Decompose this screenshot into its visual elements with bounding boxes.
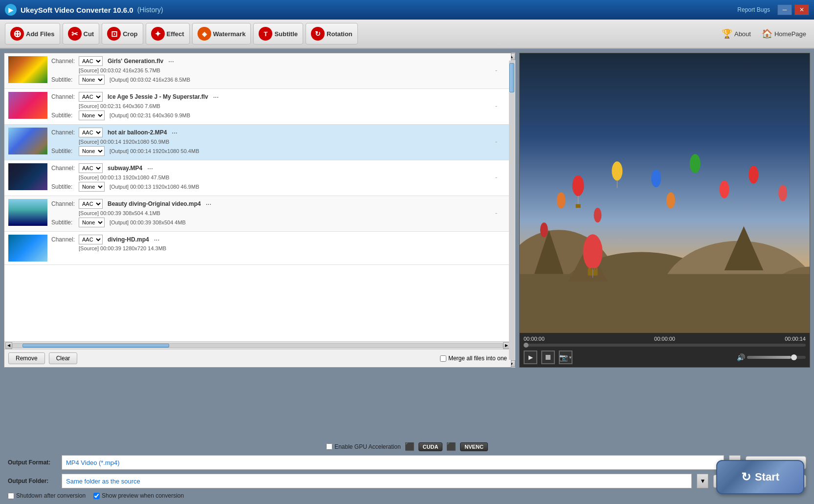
stop-button[interactable] (541, 351, 555, 364)
shutdown-option[interactable]: Shutdown after conversion (8, 492, 86, 499)
more-button[interactable]: ··· (145, 164, 155, 172)
subtitle-label: Subtitle: (51, 148, 76, 154)
horizontal-scrollbar[interactable]: ◀ ▶ (4, 341, 511, 349)
effect-icon: ✦ (151, 27, 165, 41)
preview-controls: 00:00:00 00:00:00 00:00:14 ▶ 📷▼ (520, 333, 810, 367)
about-button[interactable]: 🏆 About (719, 27, 754, 40)
list-item[interactable]: Channel: AAC Girls' Generation.flv ··· [… (4, 53, 511, 89)
subtitle-label: Subtitle: (51, 219, 76, 226)
list-item[interactable]: Channel: AAC diving-HD.mp4 ··· [Source] … (4, 232, 511, 265)
svg-point-9 (572, 175, 584, 196)
cut-label: Cut (84, 30, 94, 38)
channel-select[interactable]: AAC (79, 56, 103, 66)
start-button[interactable]: ↻ Start (716, 460, 804, 494)
effect-button[interactable]: ✦ Effect (146, 23, 190, 44)
svg-point-23 (583, 234, 603, 269)
subtitle-label: Subtitle: (51, 76, 76, 83)
file-thumbnail (8, 128, 47, 154)
watermark-button[interactable]: ◈ Watermark (192, 23, 251, 44)
file-name: Girls' Generation.flv (108, 58, 163, 65)
subtitle-label: Subtitle: (51, 112, 76, 119)
subtitle-select[interactable]: None (79, 182, 105, 192)
vertical-scrollbar[interactable]: ▲ ▼ (507, 53, 515, 368)
output-info: [Output] 00:00:13 1920x1080 46.9MB (110, 184, 199, 190)
scroll-left-arrow[interactable]: ◀ (5, 342, 12, 349)
channel-label: Channel: (51, 200, 76, 207)
subtitle-select[interactable]: None (79, 146, 105, 156)
output-info: [Output] 00:02:31 640x360 9.9MB (110, 112, 190, 118)
output-folder-label: Output Folder: (8, 478, 57, 484)
add-files-button[interactable]: ⊕ Add Files (5, 23, 60, 44)
volume-slider[interactable] (747, 356, 806, 359)
about-icon: 🏆 (722, 28, 732, 39)
subtitle-select[interactable]: None (79, 218, 105, 227)
subtitle-icon: T (259, 27, 272, 41)
svg-rect-5 (520, 274, 810, 333)
crop-label: Crop (123, 30, 137, 38)
crop-button[interactable]: ⊡ Crop (102, 23, 143, 44)
channel-select[interactable]: AAC (79, 163, 103, 173)
merge-checkbox[interactable] (440, 355, 446, 362)
channel-select[interactable]: AAC (79, 92, 103, 102)
rotation-button[interactable]: ↻ Rotation (306, 23, 358, 44)
svg-point-17 (748, 166, 758, 183)
camera-button[interactable]: 📷▼ (559, 351, 572, 364)
channel-select[interactable]: AAC (79, 128, 103, 137)
folder-dropdown-arrow[interactable]: ▼ (697, 474, 708, 488)
file-thumbnail (8, 163, 47, 190)
more-button[interactable]: ··· (166, 57, 176, 65)
channel-label: Channel: (51, 129, 76, 136)
file-list-footer: Remove Clear Merge all files into one (4, 349, 511, 367)
channel-label: Channel: (51, 165, 76, 172)
output-folder-input[interactable] (62, 474, 692, 488)
volume-thumb[interactable] (791, 354, 797, 360)
progress-dot[interactable] (524, 343, 528, 348)
source-info: [Source] 00:00:39 1280x720 14.3MB (79, 245, 166, 251)
start-label: Start (755, 471, 779, 483)
more-button[interactable]: ··· (152, 236, 162, 243)
output-format-label: Output Format: (8, 459, 57, 466)
channel-select[interactable]: AAC (79, 235, 103, 244)
list-item[interactable]: Channel: AAC Ice Age 5 Jessie J - My Sup… (4, 89, 511, 125)
list-item[interactable]: Channel: AAC hot air balloon-2.MP4 ··· [… (4, 125, 511, 160)
cut-button[interactable]: ✂ Cut (63, 23, 100, 44)
svg-point-12 (557, 192, 566, 208)
close-button[interactable]: ✕ (794, 4, 809, 15)
output-info: [Output] 00:00:14 1920x1080 50.4MB (110, 148, 199, 154)
homepage-label: HomePage (774, 30, 806, 38)
more-button[interactable]: ··· (211, 93, 221, 101)
more-button[interactable]: ··· (170, 129, 179, 136)
nvidia-icon-nvenc: ⬛ (446, 442, 456, 451)
svg-point-18 (778, 185, 787, 201)
show-preview-option[interactable]: Show preview when conversion (93, 492, 184, 499)
output-format-input[interactable] (62, 455, 724, 470)
subtitle-button[interactable]: T Subtitle (253, 23, 303, 44)
file-list-panel: Channel: AAC Girls' Generation.flv ··· [… (4, 53, 511, 368)
homepage-button[interactable]: 🏠 HomePage (759, 27, 809, 40)
volume-icon: 🔊 (737, 353, 745, 361)
scroll-thumb[interactable] (22, 344, 169, 348)
svg-point-3 (661, 241, 810, 333)
list-item[interactable]: Channel: AAC Beauty diving-Original vide… (4, 196, 511, 232)
subtitle-select[interactable]: None (79, 110, 105, 120)
time-end: 00:00:14 (785, 336, 806, 342)
file-thumbnail (8, 199, 47, 226)
crop-icon: ⊡ (107, 27, 121, 41)
play-button[interactable]: ▶ (524, 351, 537, 364)
svg-rect-11 (576, 204, 581, 208)
remove-button[interactable]: Remove (8, 352, 45, 364)
shutdown-label: Shutdown after conversion (16, 492, 86, 499)
list-item[interactable]: Channel: AAC subway.MP4 ··· [Source] 00:… (4, 160, 511, 196)
channel-select[interactable]: AAC (79, 199, 103, 209)
subtitle-select[interactable]: None (79, 75, 105, 85)
source-info: [Source] 00:00:14 1920x1080 50.9MB (79, 139, 169, 145)
minimize-button[interactable]: ─ (777, 4, 792, 15)
source-info: [Source] 00:00:13 1920x1080 47.5MB (79, 175, 169, 180)
app-icon: ▶ (5, 4, 17, 16)
scroll-thumb-v[interactable] (509, 63, 514, 92)
cut-icon: ✂ (68, 27, 82, 41)
cuda-badge: CUDA (418, 442, 443, 451)
gpu-checkbox[interactable]: Enable GPU Acceleration (326, 443, 400, 450)
clear-button[interactable]: Clear (49, 352, 78, 364)
more-button[interactable]: ··· (204, 200, 214, 208)
